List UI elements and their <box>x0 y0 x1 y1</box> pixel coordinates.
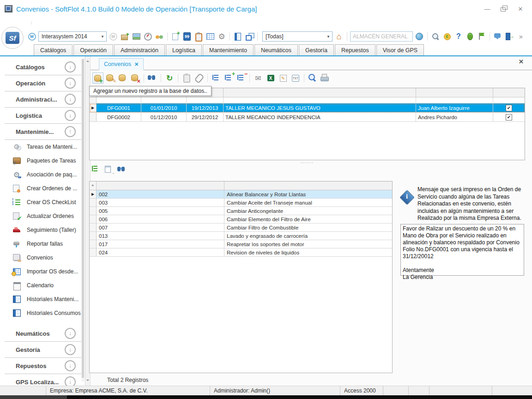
document-tab-convenios[interactable]: Convenios ✕ <box>99 58 144 70</box>
tarea-row[interactable]: 013 Lavado y engrasado de carrocería <box>90 232 392 240</box>
tarea-row[interactable]: 002 Alinear Balancear y Rotar Llantas <box>90 190 392 199</box>
restore-button[interactable] <box>499 5 509 13</box>
archive-icon[interactable] <box>120 31 130 42</box>
exit-icon[interactable] <box>504 31 514 42</box>
menu-item[interactable] <box>43 22 52 24</box>
sidebar-item[interactable]: Asociación de paq... <box>0 168 85 181</box>
bug-icon[interactable] <box>465 31 475 42</box>
tarea-row[interactable]: 024 Revision de niveles de liquidos <box>90 248 392 257</box>
tools-search-icon[interactable] <box>430 31 441 42</box>
menu-item[interactable] <box>19 22 29 24</box>
paste-icon[interactable] <box>181 73 192 84</box>
sidebar-item[interactable]: Crear OS CheckList <box>0 195 85 209</box>
chevron-down-circle-icon[interactable]: ↓ <box>65 61 76 73</box>
sidebar-item[interactable]: Historiales Manteni... <box>0 292 85 306</box>
module-tab[interactable]: Operación <box>73 44 113 55</box>
tree-remove-icon[interactable]: − <box>236 73 247 84</box>
sidebar-item[interactable]: Reportar fallas <box>0 237 85 251</box>
activo-checkbox[interactable] <box>506 114 512 121</box>
module-tab[interactable]: Neumáticos <box>254 44 298 55</box>
add-record-icon[interactable] <box>92 73 103 84</box>
module-tab[interactable]: Logística <box>166 44 202 55</box>
module-tab[interactable]: Catálogos <box>34 44 73 55</box>
menu-item[interactable] <box>1 22 10 24</box>
menu-item[interactable] <box>71 22 80 24</box>
gauge-icon[interactable] <box>143 31 153 42</box>
help-icon[interactable] <box>453 31 464 42</box>
sidebar-group-header[interactable]: Neumáticos ↓ <box>5 326 82 342</box>
binoculars-icon[interactable] <box>147 73 158 84</box>
sidebar-group-header[interactable]: Logistica ↓ <box>5 108 82 124</box>
sidebar-group-header[interactable]: Administraci... ↓ <box>5 91 82 108</box>
chevron-down-circle-icon[interactable]: ↓ <box>65 94 76 105</box>
flag-icon[interactable] <box>477 31 487 42</box>
refresh-icon[interactable] <box>164 73 175 84</box>
column-header[interactable] <box>97 181 224 190</box>
image-icon[interactable] <box>131 31 141 42</box>
m-badge-disabled-icon[interactable] <box>108 31 118 42</box>
column-header[interactable] <box>224 181 392 190</box>
chevron-down-circle-icon[interactable]: ↓ <box>65 360 76 371</box>
sidebar-group-header[interactable]: Catálogos ↓ <box>5 59 82 75</box>
tarea-row[interactable]: 007 Cambiar Filtro de Combustible <box>90 224 392 232</box>
panel-close-icon[interactable]: ✕ <box>519 58 524 65</box>
tab-close-icon[interactable]: ✕ <box>134 61 139 67</box>
sidebar-item[interactable]: Importar OS desde... <box>0 265 85 278</box>
convenios-grid-filter-row[interactable] <box>90 97 525 103</box>
chat-icon[interactable] <box>493 31 503 42</box>
sidebar-item[interactable]: Actualizar Ordenes <box>0 209 85 223</box>
delete-record-icon[interactable] <box>130 73 141 84</box>
grid-table-icon[interactable] <box>205 31 215 42</box>
chevron-down-circle-icon[interactable]: ↓ <box>65 78 76 89</box>
chevron-down-circle-icon[interactable]: ↓ <box>65 344 76 355</box>
coins-icon[interactable] <box>442 31 452 42</box>
convenio-row[interactable]: DFG0001 01/01/2010 19/12/2013 TALLER MEC… <box>90 103 525 113</box>
sidebar-item[interactable]: Convenios <box>0 251 85 265</box>
overflow-icon[interactable] <box>516 31 526 42</box>
sidebar-item[interactable]: Historiales Consumos <box>0 306 85 320</box>
filter-combobox[interactable]: [Todas] ▼ <box>262 31 332 42</box>
scroll-up-icon[interactable] <box>86 59 89 62</box>
company-combobox[interactable]: Interasystem 2014 ▼ <box>38 31 107 42</box>
module-tab[interactable]: Administración <box>114 44 165 55</box>
ninety-nine-icon[interactable] <box>182 31 192 42</box>
chevron-down-circle-icon[interactable]: ↓ <box>65 110 76 121</box>
module-tab[interactable]: Repuestos <box>335 44 375 55</box>
tarea-row[interactable]: 006 Cambiar Elemento del Filtro de Aire <box>90 215 392 224</box>
message-textbox[interactable]: Favor de Ralizar un descuento de un 20 %… <box>400 224 524 276</box>
tarea-row[interactable]: 017 Reapretar los soportes del motor <box>90 240 392 248</box>
book-icon[interactable] <box>233 31 243 42</box>
module-tab[interactable]: Visor de GPS <box>376 44 424 55</box>
sidebar-group-header-mantenimiento[interactable]: Mantenimie... ↑ <box>5 124 82 140</box>
splitter-handle[interactable]: ······· <box>301 160 314 165</box>
sidebar-group-header[interactable]: Repuestos ↓ <box>5 358 82 374</box>
column-header[interactable] <box>493 88 525 97</box>
sidebar-item[interactable]: Tareas de Manteni... <box>0 140 85 154</box>
warehouse-input[interactable] <box>350 31 413 42</box>
note-edit-icon[interactable] <box>278 73 289 84</box>
column-header[interactable] <box>224 88 416 97</box>
module-tab[interactable]: Mantenimiento <box>203 44 254 55</box>
activo-checkbox[interactable] <box>506 105 512 111</box>
attach-icon[interactable] <box>193 73 205 84</box>
mail-icon[interactable] <box>253 73 264 84</box>
menu-item[interactable] <box>52 22 61 24</box>
module-tab[interactable]: Gestoría <box>299 44 334 55</box>
export-tasks-icon[interactable] <box>103 164 115 175</box>
home-icon[interactable] <box>334 31 344 42</box>
column-header[interactable] <box>416 88 493 97</box>
note-add-icon[interactable] <box>170 31 181 42</box>
chevron-up-circle-icon[interactable]: ↑ <box>65 126 76 137</box>
tree-add-icon[interactable]: + <box>223 73 234 84</box>
sidebar-item[interactable]: Crear Ordenes de ... <box>0 181 85 195</box>
scroll-down-icon[interactable] <box>86 380 89 382</box>
txt-icon[interactable] <box>290 73 301 84</box>
tarea-row[interactable]: 005 Cambiar Anticongelante <box>90 207 392 215</box>
sidebar-scrollbar[interactable] <box>81 58 85 381</box>
gear-icon[interactable] <box>217 31 227 42</box>
chevron-down-circle-icon[interactable]: ↓ <box>65 328 76 339</box>
globe-icon[interactable] <box>414 31 424 42</box>
sidebar-item[interactable]: Paquetes de Tareas <box>0 154 85 168</box>
windows-icon[interactable] <box>244 31 254 42</box>
excel-icon[interactable] <box>265 73 276 84</box>
